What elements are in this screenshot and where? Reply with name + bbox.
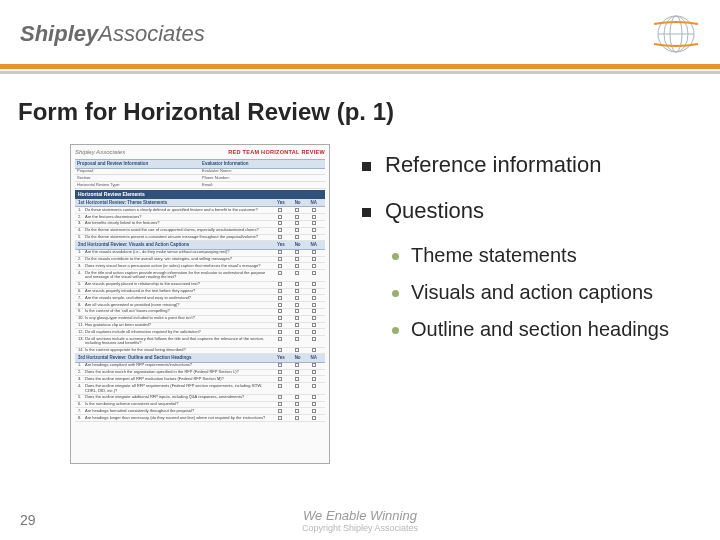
logo-bold: Shipley — [20, 21, 98, 46]
footer-center: We Enable Winning Copyright Shipley Asso… — [302, 508, 418, 533]
bullet-text: Reference information — [385, 152, 601, 178]
subbullet-text: Theme statements — [411, 244, 577, 267]
dot-bullet-icon — [392, 290, 399, 297]
subbullet-text: Outline and section headings — [411, 318, 669, 341]
subbullet-visuals: Visuals and action captions — [392, 281, 706, 304]
bullet-reference-info: Reference information — [362, 152, 706, 178]
bullet-text: Questions — [385, 198, 484, 224]
slide-footer: 29 We Enable Winning Copyright Shipley A… — [0, 500, 720, 540]
bullet-questions: Questions — [362, 198, 706, 224]
square-bullet-icon — [362, 162, 371, 171]
subbullet-text: Visuals and action captions — [411, 281, 653, 304]
square-bullet-icon — [362, 208, 371, 217]
footer-tagline: We Enable Winning — [302, 508, 418, 523]
content-row: Shipley AssociatesRED TEAM HORIZONTAL RE… — [0, 144, 720, 464]
dot-bullet-icon — [392, 327, 399, 334]
form-screenshot: Shipley AssociatesRED TEAM HORIZONTAL RE… — [70, 144, 330, 464]
footer-copyright: Copyright Shipley Associates — [302, 523, 418, 533]
orange-divider — [0, 64, 720, 69]
subbullet-outline: Outline and section headings — [392, 318, 706, 341]
dot-bullet-icon — [392, 253, 399, 260]
slide-header: ShipleyAssociates — [0, 0, 720, 64]
slide-title: Form for Horizontal Review (p. 1) — [0, 94, 720, 144]
subbullet-theme: Theme statements — [392, 244, 706, 267]
globe-icon — [652, 10, 700, 58]
grey-divider — [0, 71, 720, 74]
page-number: 29 — [20, 512, 36, 528]
bullet-list: Reference information Questions Theme st… — [330, 144, 706, 464]
logo-light: Associates — [98, 21, 204, 46]
logo-text: ShipleyAssociates — [20, 21, 205, 47]
